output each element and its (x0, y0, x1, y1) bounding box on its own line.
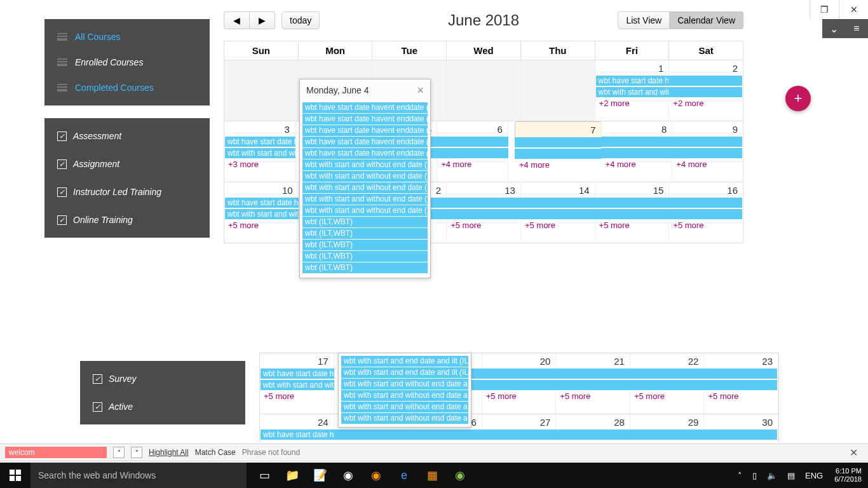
more-link[interactable]: +4 more (606, 159, 636, 169)
more-link[interactable]: +5 more (599, 220, 630, 230)
day-cell[interactable]: 28 (556, 414, 630, 442)
tray-volume-icon[interactable]: 🔈 (763, 471, 781, 480)
day-cell[interactable]: 3 wbt have start date h wbt with start a… (224, 121, 295, 182)
event[interactable] (668, 198, 742, 208)
edge-icon[interactable]: e (390, 463, 418, 488)
more-link[interactable]: +5 more (634, 391, 665, 401)
day-cell[interactable]: 13 +5 more (447, 182, 521, 243)
tray-chevron-icon[interactable]: ˄ (734, 471, 746, 480)
more-link[interactable]: +5 more (264, 391, 294, 401)
day-cell[interactable]: 23 +5 more (704, 353, 778, 414)
event[interactable]: wbt with start and without end date (WBT… (596, 87, 670, 98)
event[interactable] (668, 209, 742, 220)
more-link[interactable]: +2 more (673, 98, 703, 108)
event[interactable] (515, 149, 602, 159)
start-button[interactable] (0, 463, 31, 488)
add-button[interactable]: + (785, 86, 811, 111)
event[interactable]: wbt have start date havent enddate ( (302, 114, 428, 125)
tray-language[interactable]: ENG (801, 471, 827, 480)
event[interactable]: wbt have start date h (261, 369, 334, 379)
file-explorer-icon[interactable]: 📁 (278, 463, 306, 488)
day-cell[interactable]: 20 +5 more (482, 353, 557, 414)
event[interactable] (703, 369, 777, 379)
filter-assignment[interactable]: ✓Assignment (44, 150, 210, 178)
event[interactable] (672, 148, 742, 159)
app-icon[interactable]: ◉ (446, 463, 474, 488)
sublime-icon[interactable]: ▦ (418, 463, 446, 488)
day-cell[interactable]: 21 +5 more (556, 353, 630, 414)
event[interactable]: wbt with start and without end date a (341, 402, 468, 412)
match-case-label[interactable]: Match Case (195, 448, 236, 457)
event[interactable]: wbt (ILT,WBT) (302, 251, 428, 262)
event[interactable] (703, 380, 777, 391)
event[interactable] (446, 209, 521, 220)
filter-active[interactable]: ✓Active (80, 393, 245, 421)
event[interactable]: wbt with start and wit (225, 148, 295, 159)
tray-notification-icon[interactable]: ▤ (783, 471, 799, 480)
event[interactable]: wbt with start and end date and ilt (IL (341, 356, 468, 367)
today-button[interactable]: today (281, 11, 320, 29)
event[interactable] (407, 430, 482, 440)
event[interactable]: wbt with start and end date and ilt (IL (341, 367, 468, 378)
day-cell[interactable]: 6 +4 more (437, 121, 508, 182)
hamburger-icon[interactable]: ≡ (845, 19, 868, 38)
close-icon[interactable]: × (417, 85, 424, 96)
day-cell[interactable]: 9 +4 more (672, 121, 743, 182)
event[interactable]: wbt with start and wit (261, 380, 334, 391)
event[interactable] (437, 148, 508, 159)
event[interactable] (520, 198, 595, 208)
more-link[interactable]: +5 more (708, 391, 738, 401)
event[interactable]: wbt with start and without end date ( (302, 194, 428, 205)
event[interactable] (482, 369, 557, 379)
day-cell[interactable]: 17 wbt have start date h wbt with start … (260, 353, 334, 414)
day-cell[interactable]: 27 (482, 414, 557, 442)
event[interactable]: wbt with start and without end date ( (302, 182, 428, 193)
event[interactable]: wbt with start and without end date ( (302, 205, 428, 216)
day-cell[interactable]: 1 wbt have start date havent enddate (WB… (595, 60, 670, 121)
event[interactable] (482, 380, 557, 391)
filter-assessment[interactable]: ✓Assessment (44, 122, 210, 150)
nav-completed-courses[interactable]: Completed Courses (44, 75, 210, 100)
event[interactable]: wbt with start and without end date a (341, 413, 468, 424)
day-cell[interactable]: 15 +5 more (595, 182, 670, 243)
close-window-icon[interactable]: ✕ (839, 0, 868, 19)
checkbox-checked-icon[interactable]: ✓ (57, 159, 67, 169)
more-link[interactable]: +4 more (519, 160, 550, 170)
task-view-icon[interactable]: ▭ (250, 463, 278, 488)
nav-enrolled-courses[interactable]: Enrolled Courses (44, 50, 210, 75)
firefox-icon[interactable]: ◉ (362, 463, 390, 488)
event[interactable]: wbt with start and without end date ( (302, 171, 428, 182)
event[interactable] (437, 137, 508, 147)
filter-online[interactable]: ✓Online Training (44, 206, 210, 234)
more-link[interactable]: +5 more (451, 220, 481, 230)
day-cell[interactable]: 22 +5 more (630, 353, 705, 414)
chrome-icon[interactable]: ◉ (334, 463, 362, 488)
event[interactable]: wbt have start date havent enddate (WBT) (596, 76, 670, 86)
checkbox-checked-icon[interactable]: ✓ (93, 402, 102, 412)
event[interactable] (630, 369, 705, 379)
day-cell[interactable] (224, 60, 299, 121)
event[interactable]: wbt have start date h (225, 137, 295, 147)
event[interactable] (601, 137, 673, 147)
event[interactable] (630, 380, 705, 391)
event[interactable] (601, 148, 673, 159)
event[interactable] (555, 369, 630, 379)
event[interactable]: wbt have start date havent enddate (WBT) (261, 430, 334, 440)
restore-icon[interactable]: ❐ (810, 0, 839, 19)
checkbox-checked-icon[interactable]: ✓ (57, 187, 67, 197)
more-link[interactable]: +4 more (676, 159, 707, 169)
day-cell[interactable] (447, 60, 521, 121)
day-cell[interactable]: 24 wbt have start date havent enddate (W… (260, 414, 334, 442)
list-view-button[interactable]: List View (618, 11, 670, 29)
day-cell[interactable]: 14 +5 more (521, 182, 595, 243)
checkbox-checked-icon[interactable]: ✓ (93, 374, 102, 384)
event[interactable] (672, 137, 742, 147)
day-cell-today[interactable]: 7 +4 more (515, 121, 602, 139)
event[interactable] (555, 430, 630, 440)
event[interactable] (482, 430, 557, 440)
day-cell[interactable]: 30 (704, 414, 778, 442)
event[interactable] (668, 87, 742, 98)
day-cell[interactable]: 29 (630, 414, 705, 442)
calendar-view-button[interactable]: Calendar View (670, 11, 743, 29)
more-link[interactable]: +5 more (525, 220, 555, 230)
